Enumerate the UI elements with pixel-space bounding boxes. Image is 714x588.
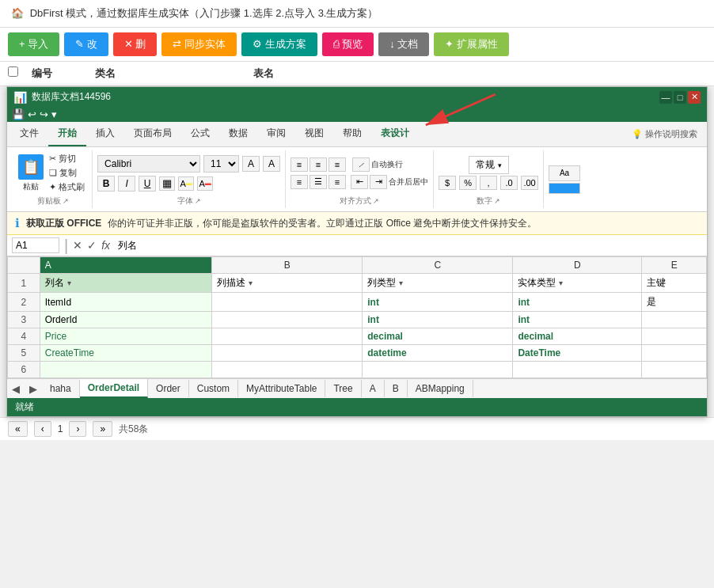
formula-input[interactable] (115, 238, 702, 252)
minimize-button[interactable]: — (659, 91, 672, 104)
doc-button[interactable]: ↓ 文档 (378, 32, 429, 56)
formula-fx-icon[interactable]: fx (101, 239, 110, 252)
cell-reference-input[interactable] (12, 237, 59, 253)
cell-c6[interactable] (363, 362, 513, 378)
percent-button[interactable]: % (459, 176, 477, 190)
sync-button[interactable]: ⇄ 同步实体 (161, 32, 237, 56)
generate-button[interactable]: ⚙ 生成方案 (241, 32, 317, 56)
cell-b3[interactable] (212, 312, 363, 328)
highlight-color-button[interactable]: A▬ (178, 176, 194, 191)
col-d-dropdown-icon[interactable]: ▾ (559, 279, 563, 287)
cell-d1[interactable]: 实体类型 ▾ (513, 274, 642, 293)
extend-button[interactable]: ✦ 扩展属性 (434, 32, 509, 56)
italic-button[interactable]: I (118, 176, 135, 192)
cell-a6[interactable] (40, 362, 211, 378)
align-top-right-button[interactable]: ≡ (329, 157, 346, 172)
format-painter-button[interactable]: ✦ 格式刷 (47, 180, 87, 194)
sheet-tab-next[interactable]: ▶ (25, 381, 42, 396)
col-a-header[interactable]: A (40, 257, 211, 274)
tab-file[interactable]: 文件 (10, 122, 48, 146)
cell-e4[interactable] (642, 328, 707, 345)
thousands-button[interactable]: , (480, 176, 497, 190)
col-b-dropdown-icon[interactable]: ▾ (249, 279, 253, 287)
underline-button[interactable]: U (139, 176, 156, 192)
cell-d5[interactable]: DateTime (513, 345, 642, 362)
last-page-button[interactable]: » (93, 421, 112, 437)
first-page-button[interactable]: « (8, 421, 28, 437)
tab-review[interactable]: 审阅 (257, 122, 295, 146)
angle-text-button[interactable]: ⟋ (352, 157, 370, 172)
maximize-button[interactable]: □ (674, 91, 686, 104)
tab-table-design[interactable]: 表设计 (371, 122, 419, 146)
cancel-formula-icon[interactable]: ✕ (73, 239, 82, 252)
qa-dropdown-icon[interactable]: ▾ (51, 108, 57, 120)
undo-qa-icon[interactable]: ↩ (28, 108, 36, 120)
cell-c5[interactable]: datetime (363, 345, 513, 362)
cell-b1[interactable]: 列描述 ▾ (212, 274, 363, 293)
sheet-tab-abmapping[interactable]: ABMapping (408, 380, 473, 397)
next-page-button[interactable]: › (69, 421, 86, 437)
sheet-tab-custom[interactable]: Custom (189, 380, 238, 397)
cut-button[interactable]: ✂ 剪切 (47, 152, 87, 165)
close-excel-button[interactable]: ✕ (688, 91, 701, 104)
cell-d3[interactable]: int (513, 312, 642, 328)
cell-a4[interactable]: Price (40, 328, 211, 345)
save-qa-icon[interactable]: 💾 (12, 108, 25, 120)
increase-decimal-button[interactable]: .00 (521, 176, 538, 190)
tab-data[interactable]: 数据 (219, 122, 257, 146)
cell-e6[interactable] (642, 362, 707, 378)
cell-c4[interactable]: decimal (363, 328, 513, 345)
tab-help[interactable]: 帮助 (333, 122, 371, 146)
font-grow-button[interactable]: A (242, 156, 260, 172)
col-c-header[interactable]: C (363, 257, 513, 274)
import-button[interactable]: + 导入 (8, 32, 59, 56)
sheet-tab-b[interactable]: B (385, 380, 408, 397)
cell-a1[interactable]: 列名 ▾ (40, 274, 211, 293)
cell-c3[interactable]: int (363, 312, 513, 328)
table-style-button[interactable] (549, 183, 580, 194)
cell-d2[interactable]: int (513, 293, 642, 312)
col-e-header[interactable]: E (642, 257, 707, 274)
align-bottom-center-button[interactable]: ☰ (310, 175, 327, 189)
sheet-tab-myattribute[interactable]: MyAttributeTable (238, 380, 325, 397)
col-b-header[interactable]: B (212, 257, 363, 274)
select-all-checkbox[interactable] (8, 66, 18, 77)
align-top-left-button[interactable]: ≡ (291, 157, 308, 172)
edit-button[interactable]: ✎ 改 (64, 32, 108, 56)
preview-button[interactable]: ⎙ 预览 (322, 32, 374, 56)
cell-e2[interactable]: 是 (642, 293, 707, 312)
font-size-select[interactable]: 11 (203, 155, 239, 173)
cell-d6[interactable] (513, 362, 642, 378)
decrease-indent-button[interactable]: ⇤ (351, 175, 368, 189)
col-c-dropdown-icon[interactable]: ▾ (399, 279, 403, 287)
cell-d4[interactable]: decimal (513, 328, 642, 345)
font-color-button[interactable]: A▬ (197, 176, 213, 191)
align-top-center-button[interactable]: ≡ (310, 157, 327, 172)
cell-e1[interactable]: 主键 (642, 274, 707, 293)
cell-a2[interactable]: ItemId (40, 293, 211, 312)
cell-b2[interactable] (212, 293, 363, 312)
align-bottom-left-button[interactable]: ≡ (291, 175, 308, 189)
delete-button[interactable]: ✕ 删 (113, 32, 158, 56)
cell-a5[interactable]: CreateTime (40, 345, 211, 362)
tab-page-layout[interactable]: 页面布局 (124, 122, 181, 146)
border-button[interactable]: ▦ (159, 176, 175, 191)
paste-button[interactable]: 📋 (18, 154, 44, 180)
align-bottom-right-button[interactable]: ≡ (329, 175, 346, 189)
copy-button[interactable]: ❏ 复制 (47, 166, 87, 180)
decrease-decimal-button[interactable]: .0 (500, 176, 518, 190)
sheet-tab-orderdetail[interactable]: OrderDetail (80, 379, 148, 398)
cell-c2[interactable]: int (363, 293, 513, 312)
number-format-select[interactable]: 常规 ▾ (469, 156, 509, 174)
cell-a3[interactable]: OrderId (40, 312, 211, 328)
cell-c1[interactable]: 列类型 ▾ (363, 274, 513, 293)
sheet-tab-prev[interactable]: ◀ (7, 381, 25, 396)
currency-button[interactable]: $ (439, 176, 456, 190)
tab-insert[interactable]: 插入 (86, 122, 124, 146)
prev-page-button[interactable]: ‹ (34, 421, 51, 437)
col-d-header[interactable]: D (513, 257, 642, 274)
bold-button[interactable]: B (97, 176, 115, 192)
cell-e3[interactable] (642, 312, 707, 328)
sheet-tab-a[interactable]: A (362, 380, 385, 397)
tab-formula[interactable]: 公式 (181, 122, 219, 146)
